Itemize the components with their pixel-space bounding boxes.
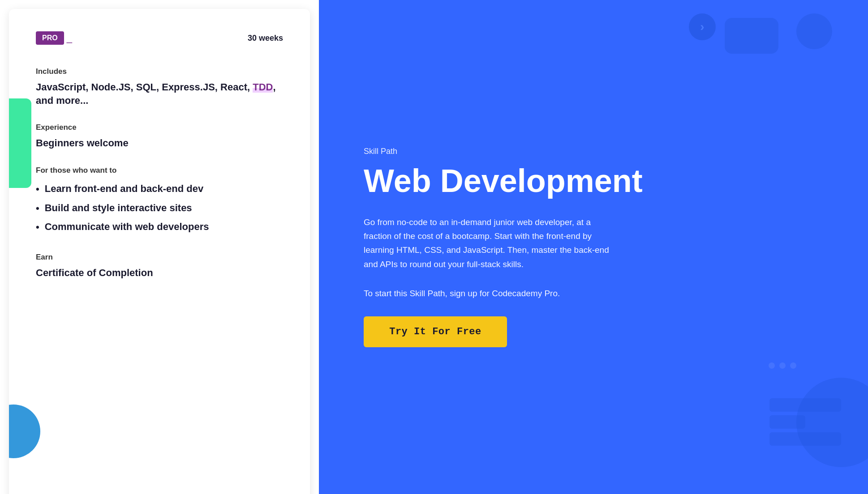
main-title: Web Development (364, 163, 823, 199)
experience-label: Experience (36, 123, 283, 132)
audience-section: For those who want to Learn front-end an… (36, 166, 283, 237)
pro-cursor: _ (67, 32, 72, 44)
earn-content: Certificate of Completion (36, 266, 283, 280)
tdd-highlight: TDD (253, 81, 273, 93)
list-item: Learn front-end and back-end dev (36, 179, 283, 199)
deco-shape-1 (725, 18, 778, 54)
earn-section: Earn Certificate of Completion (36, 253, 283, 280)
includes-section: Includes JavaScript, Node.JS, SQL, Expre… (36, 67, 283, 107)
deco-dots (769, 362, 796, 369)
left-panel: PRO _ 30 weeks Includes JavaScript, Node… (9, 9, 310, 494)
right-panel: Skill Path Web Development Go from no-co… (319, 0, 868, 494)
pro-badge: PRO (36, 31, 64, 45)
includes-content: JavaScript, Node.JS, SQL, Express.JS, Re… (36, 81, 283, 107)
deco-dot (779, 362, 786, 369)
audience-list: Learn front-end and back-end dev Build a… (36, 179, 283, 237)
deco-dot (790, 362, 796, 369)
experience-section: Experience Beginners welcome (36, 123, 283, 150)
deco-dot (769, 362, 775, 369)
description: Go from no-code to an in-demand junior w… (364, 215, 614, 271)
deco-circle-right (796, 378, 868, 467)
signup-note: To start this Skill Path, sign up for Co… (364, 287, 823, 300)
pro-label-wrapper: PRO _ (36, 31, 72, 45)
deco-shape-2 (796, 13, 832, 49)
includes-label: Includes (36, 67, 283, 76)
experience-content: Beginners welcome (36, 136, 283, 150)
duration-label: 30 weeks (248, 34, 283, 43)
try-it-free-button[interactable]: Try It For Free (364, 316, 507, 347)
audience-label: For those who want to (36, 166, 283, 175)
card-header: PRO _ 30 weeks (36, 31, 283, 45)
deco-arrow (689, 13, 716, 40)
list-item: Communicate with web developers (36, 217, 283, 237)
earn-label: Earn (36, 253, 283, 262)
skill-path-label: Skill Path (364, 147, 823, 156)
list-item: Build and style interactive sites (36, 199, 283, 218)
